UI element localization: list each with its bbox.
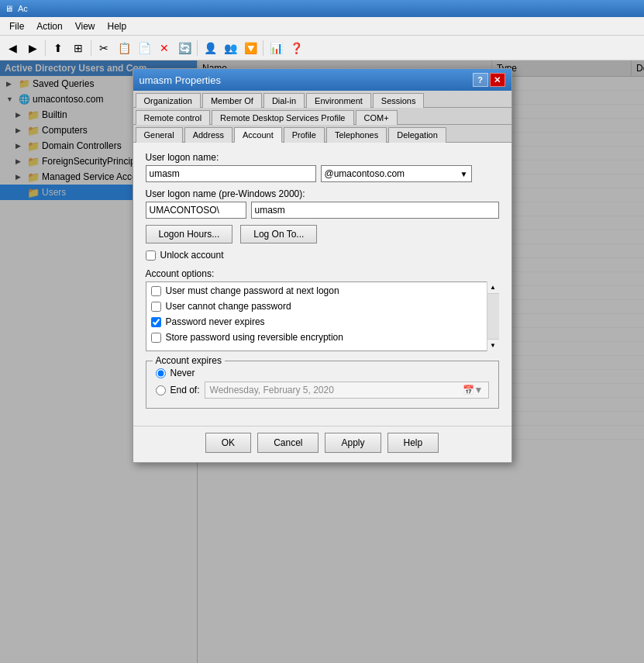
tab-telephones[interactable]: Telephones	[326, 127, 387, 143]
forward-button[interactable]: ▶	[23, 39, 42, 57]
pre-win-label: User logon name (pre-Windows 2000):	[146, 188, 499, 199]
title-bar-text: Ac	[18, 4, 28, 13]
option-2-checkbox[interactable]	[151, 302, 161, 312]
tab-sessions[interactable]: Sessions	[373, 93, 425, 108]
logon-field-row: @umacontoso.com ▼	[146, 165, 499, 182]
copy-button[interactable]: 📋	[115, 39, 133, 57]
never-radio-row: Never	[156, 368, 489, 378]
refresh-button[interactable]: 🔄	[175, 39, 194, 57]
scrollbar[interactable]: ▲ ▼	[487, 281, 499, 351]
tab-delegation[interactable]: Delegation	[388, 127, 446, 143]
toolbar-sep-2	[91, 40, 91, 56]
dialog-title: umasm Properties	[139, 74, 221, 86]
option-2-label: User cannot change password	[166, 301, 291, 312]
tab-account[interactable]: Account	[234, 127, 282, 143]
pre-win-domain-input[interactable]	[146, 202, 246, 219]
end-of-radio-row: End of: Wednesday, February 5, 2020 📅▼	[156, 382, 489, 399]
end-of-label: End of:	[170, 385, 200, 395]
tab-com[interactable]: COM+	[356, 110, 398, 125]
up-button[interactable]: ⬆	[49, 39, 67, 57]
tab-row-2: Remote control Remote Desktop Services P…	[133, 108, 511, 125]
ok-button[interactable]: OK	[205, 433, 251, 453]
properties-button[interactable]: 📊	[267, 39, 285, 57]
cancel-button[interactable]: Cancel	[257, 433, 319, 453]
menu-action[interactable]: Action	[30, 19, 68, 33]
option-3-checkbox[interactable]	[151, 317, 161, 327]
option-1-label: User must change password at next logon	[166, 285, 339, 296]
back-button[interactable]: ◀	[3, 39, 22, 57]
dialog-title-bar: umasm Properties ? ✕	[133, 69, 511, 91]
account-options-box: User must change password at next logon …	[146, 281, 499, 351]
dialog-content: User logon name: @umacontoso.com ▼ User …	[133, 143, 511, 426]
new-group-button[interactable]: 👥	[221, 39, 239, 57]
never-radio[interactable]	[156, 368, 166, 378]
title-bar: 🖥 Ac	[0, 0, 644, 17]
option-1-checkbox[interactable]	[151, 286, 161, 296]
delete-button[interactable]: ✕	[155, 39, 174, 57]
cut-button[interactable]: ✂	[95, 39, 113, 57]
pre-win-username-input[interactable]	[251, 202, 499, 219]
end-of-radio[interactable]	[156, 385, 166, 395]
toolbar-sep-3	[197, 40, 198, 56]
domain-dropdown[interactable]: @umacontoso.com ▼	[321, 165, 472, 182]
logon-label: User logon name:	[146, 152, 499, 163]
unlock-label: Unlock account	[160, 250, 224, 261]
dialog-footer: OK Cancel Apply Help	[133, 426, 511, 462]
account-expires-section: Account expires Never End of: Wednesday,…	[146, 361, 499, 409]
unlock-account-row: Unlock account	[146, 250, 499, 261]
help-footer-button[interactable]: Help	[387, 433, 439, 453]
tab-row-1: Organization Member Of Dial-in Environme…	[133, 91, 511, 108]
scroll-down-button[interactable]: ▼	[487, 339, 499, 351]
option-1-row: User must change password at next logon	[151, 285, 483, 296]
tab-remote-control[interactable]: Remote control	[136, 110, 211, 125]
filter-button[interactable]: 🔽	[241, 39, 260, 57]
log-on-to-button[interactable]: Log On To...	[240, 225, 317, 243]
help-button[interactable]: ❓	[287, 39, 305, 57]
date-picker[interactable]: Wednesday, February 5, 2020 📅▼	[205, 382, 489, 399]
unlock-checkbox[interactable]	[146, 250, 156, 261]
tab-address[interactable]: Address	[184, 127, 232, 143]
option-4-checkbox[interactable]	[151, 333, 161, 343]
never-label: Never	[170, 368, 195, 378]
account-expires-label: Account expires	[153, 355, 225, 366]
option-3-row: Password never expires	[151, 316, 483, 327]
menu-bar: File Action View Help	[0, 17, 644, 36]
tab-environment[interactable]: Environment	[306, 93, 371, 108]
menu-file[interactable]: File	[3, 19, 30, 33]
logon-buttons-row: Logon Hours... Log On To...	[146, 225, 499, 243]
logon-hours-button[interactable]: Logon Hours...	[146, 225, 233, 243]
tab-row-3: General Address Account Profile Telephon…	[133, 125, 511, 143]
paste-button[interactable]: 📄	[135, 39, 153, 57]
new-user-button[interactable]: 👤	[201, 39, 219, 57]
menu-help[interactable]: Help	[102, 19, 133, 33]
dialog-title-buttons: ? ✕	[473, 73, 505, 87]
dialog-close-button[interactable]: ✕	[490, 73, 505, 87]
tab-general[interactable]: General	[136, 127, 183, 143]
apply-button[interactable]: Apply	[325, 433, 381, 453]
menu-view[interactable]: View	[69, 19, 102, 33]
toolbar: ◀ ▶ ⬆ ⊞ ✂ 📋 📄 ✕ 🔄 👤 👥 🔽 📊 ❓	[0, 36, 644, 60]
tab-member-of[interactable]: Member Of	[202, 93, 262, 108]
tab-organization[interactable]: Organization	[136, 93, 201, 108]
date-text: Wednesday, February 5, 2020	[210, 385, 334, 395]
logon-username-input[interactable]	[146, 165, 316, 182]
scroll-up-button[interactable]: ▲	[487, 281, 499, 294]
modal-overlay: umasm Properties ? ✕ Organization Member…	[0, 60, 644, 663]
toolbar-sep-4	[263, 40, 263, 56]
option-2-row: User cannot change password	[151, 301, 483, 312]
option-4-row: Store password using reversible encrypti…	[151, 332, 483, 343]
properties-dialog: umasm Properties ? ✕ Organization Member…	[133, 68, 512, 463]
toolbar-sep-1	[45, 40, 46, 56]
scroll-track	[487, 294, 499, 339]
tab-rdp-profile[interactable]: Remote Desktop Services Profile	[212, 110, 353, 125]
app-icon: 🖥	[5, 4, 13, 13]
main-area: Active Directory Users and Com ▶ 📁 Saved…	[0, 60, 644, 663]
tab-dial-in[interactable]: Dial-in	[263, 93, 305, 108]
account-options-container: User must change password at next logon …	[146, 281, 499, 351]
option-3-label: Password never expires	[166, 316, 265, 327]
show-console-tree-button[interactable]: ⊞	[69, 39, 88, 57]
dialog-help-button[interactable]: ?	[473, 73, 488, 87]
tab-profile[interactable]: Profile	[284, 127, 325, 143]
account-options-label: Account options:	[146, 268, 499, 279]
calendar-icon: 📅▼	[463, 385, 484, 395]
